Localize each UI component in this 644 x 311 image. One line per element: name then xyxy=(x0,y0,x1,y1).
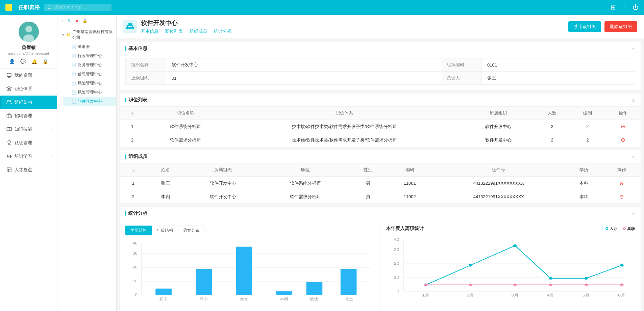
grid-icon[interactable]: ⊞ xyxy=(611,4,616,11)
pos-name-1: 软件系统分析师 xyxy=(145,120,226,133)
members-table: ⊖ 姓名 所属组织 职位 性别 编码 证件号 学历 操作 xyxy=(120,163,641,204)
m-action-1[interactable]: ⊖ xyxy=(603,177,641,190)
pos-org-1: 软件开发中心 xyxy=(462,120,535,133)
tree-node-software[interactable]: 📄 软件开发中心 xyxy=(63,97,116,106)
sidebar-item-desktop[interactable]: 我的桌面 xyxy=(0,69,57,82)
tree-node-company[interactable]: ▼ 📁 广州华南资讯科技有限公司 xyxy=(57,27,116,42)
talent-icon xyxy=(6,167,12,173)
sidebar-item-position[interactable]: 职位体系 xyxy=(0,82,57,96)
tree-edit-button[interactable]: ✎ xyxy=(68,18,72,24)
stats-title: 统计分析 xyxy=(125,210,147,216)
svg-rect-10 xyxy=(129,27,131,29)
tree-node-risk1[interactable]: 📄 风险管理中心 xyxy=(63,79,116,88)
legend-dot-enter xyxy=(605,227,608,230)
svg-text:30: 30 xyxy=(394,248,399,252)
tab-age[interactable]: 年龄结构 xyxy=(152,226,178,235)
col-m-idno: 证件号 xyxy=(432,163,565,177)
svg-text:0: 0 xyxy=(396,289,399,293)
header-buttons: 禁用该组织 删除该组织 xyxy=(568,21,637,32)
tab-basic-info[interactable]: 基本信息 xyxy=(141,28,158,34)
title-bar xyxy=(125,46,126,51)
tab-edu[interactable]: 学历结构 xyxy=(125,226,152,235)
svg-text:3月: 3月 xyxy=(511,293,519,297)
chart-yearly-area: 本年度入离职统计 入职 离职 xyxy=(380,220,641,311)
tree-lock-button[interactable]: 🔒 xyxy=(82,19,88,23)
col-pos-count: 人数 xyxy=(535,107,570,120)
yearly-chart: 0 10 20 30 40 xyxy=(386,236,635,303)
sidebar-item-recruit[interactable]: 招聘管理 › xyxy=(0,109,57,123)
tree-node-finance[interactable]: 📄 财务管理中心 xyxy=(63,60,116,70)
value-org-name: 软件开发中心 xyxy=(166,58,441,72)
stats-collapse[interactable]: ∧ xyxy=(632,211,635,216)
user-profile-icon[interactable]: 👤 xyxy=(9,59,15,64)
basic-info-section: 基本信息 ∧ 组织名称 软件开发中心 组织编码 0101 上级组织 xyxy=(120,42,641,90)
value-manager: 张三 xyxy=(481,72,635,85)
m-edu-2: 本科 xyxy=(565,190,603,204)
edu-chart-svg: 0 10 20 30 40 xyxy=(125,239,375,307)
positions-tbody: 1 软件系统分析师 技术族/软件技术类/软件需求开发子类/软件系统分析师 软件开… xyxy=(120,120,641,147)
tab-positions[interactable]: 职位列表 xyxy=(165,28,183,34)
tree-label-info: 信息管理中心 xyxy=(78,71,102,77)
positions-header: 职位列表 ∧ xyxy=(120,94,641,107)
legend-enter: 入职 xyxy=(605,226,618,232)
tab-gender[interactable]: 男女分布 xyxy=(178,226,204,235)
search-input[interactable] xyxy=(54,5,108,10)
user-notification-icon[interactable]: 🔔 xyxy=(31,59,37,64)
pos-org-2: 软件开发中心 xyxy=(462,133,535,147)
info-row-name: 组织名称 软件开发中心 组织编码 0101 xyxy=(126,58,635,72)
basic-info-collapse[interactable]: ∧ xyxy=(632,46,635,51)
tree-node-info[interactable]: 📄 信息管理中心 xyxy=(63,70,116,79)
enable-org-button[interactable]: 禁用该组织 xyxy=(568,21,601,32)
sidebar-item-org[interactable]: 组织架构 xyxy=(0,96,57,109)
user-lock-icon[interactable]: 🔒 xyxy=(43,59,48,64)
sidebar-item-knowledge[interactable]: 知识技能 › xyxy=(0,123,57,136)
tree-node-board[interactable]: 📄 董事会 xyxy=(63,42,116,51)
tree-node-admin[interactable]: 📄 行政管理中心 xyxy=(63,51,116,60)
tree-arrow-company: ▼ xyxy=(61,33,65,37)
svg-point-7 xyxy=(8,140,10,143)
search-box[interactable] xyxy=(44,4,112,11)
tree-add-button[interactable]: + xyxy=(61,18,64,24)
svg-text:20: 20 xyxy=(394,261,399,266)
sidebar-item-talent[interactable]: 人才盘点 xyxy=(0,163,57,177)
user-name: 曾智敏 xyxy=(22,45,36,51)
m-gender-2: 男 xyxy=(349,190,387,204)
pos-count-2: 2 xyxy=(535,133,570,147)
sidebar-item-training[interactable]: 培训学习 › xyxy=(0,150,57,163)
info-row-parent: 上级组织 01 负责人 张三 xyxy=(126,72,635,85)
pos-system-2: 技术族/软件技术类/软件需求开发子类/软件需求分析师 xyxy=(226,133,462,147)
tab-members[interactable]: 组织成员 xyxy=(190,28,207,34)
tree-delete-button[interactable]: ✕ xyxy=(75,18,79,24)
pos-action-2[interactable]: ⊖ xyxy=(605,133,641,147)
folder-finance-icon: 📄 xyxy=(72,63,76,67)
value-parent-org: 01 xyxy=(166,72,441,85)
user-message-icon[interactable]: 💬 xyxy=(20,59,26,64)
m-no-1: 1 xyxy=(120,177,147,190)
tab-stats[interactable]: 统计分析 xyxy=(214,28,231,34)
tree-node-risk2[interactable]: 📄 风险管理中心 xyxy=(63,88,116,97)
sidebar-label-desktop: 我的桌面 xyxy=(15,72,32,78)
positions-header-row: ⊖ 职位名称 职位体系 所属组织 人数 编制 操作 xyxy=(120,107,641,120)
content-title-group: 软件开发中心 基本信息 职位列表 组织成员 统计分析 xyxy=(141,19,231,34)
avatar xyxy=(19,22,39,42)
label-org-name: 组织名称 xyxy=(126,58,166,72)
m-pos-1: 软件系统分析师 xyxy=(262,177,349,190)
pos-system-1: 技术族/软件技术类/软件需求开发子类/软件系统分析师 xyxy=(226,120,462,133)
members-collapse[interactable]: ∧ xyxy=(632,154,635,159)
members-header: 组织成员 ∧ xyxy=(120,150,641,163)
svg-point-54 xyxy=(585,284,588,286)
logout-icon[interactable]: ⏻ xyxy=(633,4,639,11)
more-icon[interactable]: ⋮ xyxy=(621,4,627,11)
svg-text:10: 10 xyxy=(132,279,138,283)
sidebar-item-cert[interactable]: 认证管理 › xyxy=(0,136,57,150)
svg-text:博士: 博士 xyxy=(344,297,353,301)
positions-collapse[interactable]: ∧ xyxy=(632,98,635,103)
members-title: 组织成员 xyxy=(125,154,147,160)
col-expand-m: ⊖ xyxy=(120,163,147,177)
pos-action-1[interactable]: ⊖ xyxy=(605,120,641,133)
delete-org-button[interactable]: 删除该组织 xyxy=(604,21,637,32)
legend-label-leave: 离职 xyxy=(627,226,635,232)
knowledge-arrow: › xyxy=(51,128,52,131)
m-action-2[interactable]: ⊖ xyxy=(603,190,641,204)
org-structure-icon xyxy=(126,23,134,31)
